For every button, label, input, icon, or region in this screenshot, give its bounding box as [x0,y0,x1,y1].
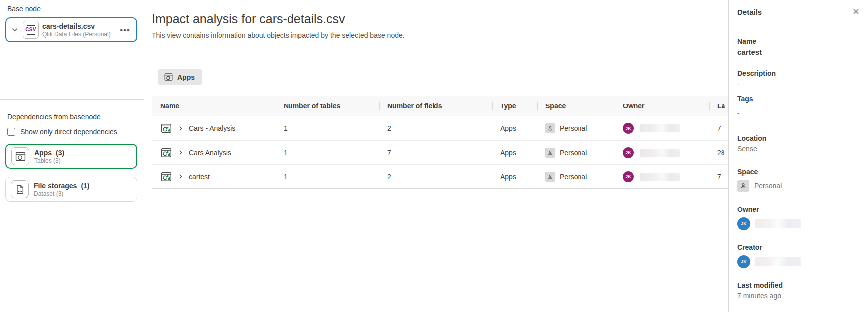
dependency-card-file-storages[interactable]: File storages (1) Dataset (3) [5,177,137,202]
column-header-fields: Number of fields [379,102,492,110]
page-title: Impact analysis for cars-details.csv [152,12,728,26]
details-panel: Details Name cartest Description - Tags … [728,0,868,312]
expand-chevron-icon[interactable] [177,173,184,180]
redacted-owner-name [755,219,801,228]
redacted-owner-name [640,124,680,132]
row-tables: 1 [276,124,379,132]
base-node-subtitle: Qlik Data Files (Personal) [42,31,111,38]
row-last-modified: 7 [709,173,728,181]
row-tables: 1 [276,149,379,157]
column-header-owner: Owner [615,102,709,110]
apps-icon [11,147,29,165]
sidebar: Base node CSV cars-details.csv Qlik Data… [0,0,144,312]
details-name-value: cartest [737,48,860,56]
row-fields: 7 [379,149,492,157]
dependencies-heading: Dependencies from basenode [7,113,144,121]
close-icon[interactable] [852,2,860,16]
column-header-name: Name [152,102,276,110]
row-tables: 1 [276,173,379,181]
table-row[interactable]: Cars Analysis 1 7 Apps Personal JK 28 [152,140,728,164]
row-space: Personal [560,173,587,181]
redacted-owner-name [640,173,680,181]
row-last-modified: 7 [709,124,728,132]
app-chart-icon [160,122,172,134]
sidebar-divider [0,99,144,100]
dep-card-count: (3) [56,149,64,157]
dep-card-count: (1) [81,182,89,190]
dependency-card-apps[interactable]: Apps (3) Tables (3) [5,144,137,169]
dep-card-title: File storages [34,182,77,190]
table-row[interactable]: Cars - Analysis 1 2 Apps Personal JK 7 [152,116,728,140]
row-space: Personal [560,149,587,157]
details-field-description: Description - [737,69,860,88]
redacted-creator-name [755,257,801,266]
more-options-icon[interactable]: ••• [118,25,132,35]
owner-avatar: JK [623,171,634,182]
details-title: Details [737,2,762,16]
row-type: Apps [492,124,537,132]
row-type: Apps [492,173,537,181]
creator-avatar: JK [737,255,750,268]
base-node-card[interactable]: CSV cars-details.csv Qlik Data Files (Pe… [5,17,137,42]
details-field-last-modified: Last modified 7 minutes ago [737,281,860,300]
row-fields: 2 [379,173,492,181]
owner-avatar: JK [737,217,750,230]
details-field-owner: Owner JK [737,206,860,230]
column-header-last-modified: La [709,102,728,110]
dep-card-title: Apps [34,149,52,157]
checkbox-icon[interactable] [7,128,15,136]
main-content: Impact analysis for cars-details.csv Thi… [145,0,728,312]
apps-chip-label: Apps [177,73,195,81]
app-chart-icon [160,147,172,159]
details-space-value: Personal [754,182,782,190]
app-chart-icon [160,171,172,183]
page-subtitle: This view contains information about obj… [152,31,728,39]
table-row[interactable]: cartest 1 2 Apps Personal JK 7 [152,164,728,188]
column-header-tables: Number of tables [276,102,379,110]
csv-file-icon: CSV [23,21,39,39]
column-header-type: Type [492,102,537,110]
file-storage-icon [11,180,29,198]
dep-card-subtitle: Dataset (3) [34,190,90,197]
column-header-space: Space [537,102,615,110]
row-last-modified: 28 [709,149,728,157]
row-space: Personal [560,124,587,132]
apps-icon [164,72,173,82]
row-name: cartest [189,173,210,181]
details-location-value: Sense [737,145,860,153]
base-node-title: cars-details.csv [42,22,111,30]
personal-space-icon [737,180,749,192]
row-name: Cars Analysis [189,149,231,157]
impact-table: Name Number of tables Number of fields T… [152,96,728,189]
details-field-tags: Tags - [737,95,860,117]
apps-filter-chip[interactable]: Apps [158,69,202,85]
redacted-owner-name [640,149,680,157]
expand-chevron-icon[interactable] [177,125,184,132]
details-field-creator: Creator JK [737,243,860,268]
row-name: Cars - Analysis [189,124,235,132]
details-field-name: Name cartest [737,37,860,56]
details-field-location: Location Sense [737,134,860,153]
details-field-space: Space Personal [737,168,860,192]
row-fields: 2 [379,124,492,132]
impact-analysis-screen: Base node CSV cars-details.csv Qlik Data… [0,0,868,312]
personal-space-icon [545,123,555,133]
row-type: Apps [492,149,537,157]
checkbox-label: Show only direct dependencies [20,128,117,136]
dep-card-subtitle: Tables (3) [34,157,64,164]
details-last-modified-value: 7 minutes ago [737,292,860,300]
owner-avatar: JK [623,147,634,158]
csv-badge-text: CSV [25,27,36,32]
details-description-value: - [737,80,860,88]
direct-dependencies-checkbox[interactable]: Show only direct dependencies [7,128,144,136]
details-tags-value: - [737,109,860,117]
personal-space-icon [545,172,555,182]
table-header-row: Name Number of tables Number of fields T… [152,96,728,116]
expand-chevron-icon[interactable] [177,149,184,156]
base-node-label: Base node [7,5,144,13]
personal-space-icon [545,148,555,158]
chevron-down-icon[interactable] [10,25,19,34]
owner-avatar: JK [623,123,634,134]
